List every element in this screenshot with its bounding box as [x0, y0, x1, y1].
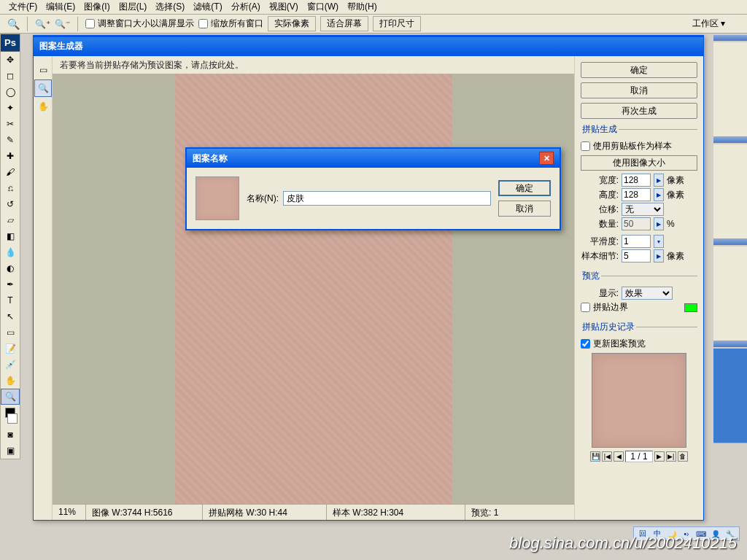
menu-window[interactable]: 窗口(W) — [304, 0, 341, 15]
opt-print-size[interactable]: 打印尺寸 — [373, 16, 421, 31]
dialog-name-input[interactable] — [283, 191, 491, 206]
zoom-in-icon[interactable]: 🔍⁺ — [35, 19, 50, 29]
pm-update-check[interactable] — [581, 339, 590, 349]
options-bar: 🔍 🔍⁺ 🔍⁻ 调整窗口大小以满屏显示 缩放所有窗口 实际像素 适合屏幕 打印尺… — [0, 15, 747, 34]
color-swatches[interactable] — [1, 405, 20, 427]
gradient-tool-icon[interactable]: ◧ — [1, 228, 20, 244]
pm-height-spinner[interactable]: ▶ — [654, 188, 664, 201]
dialog-ok-button[interactable]: 确定 — [498, 180, 551, 196]
menu-edit[interactable]: 编辑(E) — [43, 0, 78, 15]
blur-tool-icon[interactable]: 💧 — [1, 244, 20, 260]
dialog-close-button[interactable]: ✕ — [539, 152, 554, 165]
pm-detail-input[interactable] — [622, 249, 651, 262]
pm-regenerate-button[interactable]: 再次生成 — [581, 103, 697, 119]
menu-analysis[interactable]: 分析(A) — [228, 0, 263, 15]
pm-status-zoom: 11% — [53, 505, 86, 520]
pm-use-image-size-button[interactable]: 使用图像大小 — [581, 155, 697, 171]
pm-delete-icon[interactable]: 🗑 — [678, 451, 688, 462]
healing-tool-icon[interactable]: ✚ — [1, 148, 20, 164]
type-tool-icon[interactable]: T — [1, 292, 20, 308]
pm-status-grid: 拼贴网格 W:30 H:44 — [203, 505, 327, 520]
notes-tool-icon[interactable]: 📝 — [1, 341, 20, 357]
quickmask-icon[interactable]: ◙ — [1, 427, 20, 443]
pm-ok-button[interactable]: 确定 — [581, 62, 697, 78]
pm-hand-icon[interactable]: ✋ — [34, 98, 52, 115]
pm-generation-legend: 拼贴生成 — [581, 123, 619, 136]
pm-marquee-icon[interactable]: ▭ — [34, 61, 52, 79]
stamp-tool-icon[interactable]: ⎌ — [1, 180, 20, 196]
pm-status-sample: 样本 W:382 H:304 — [327, 505, 465, 520]
pm-hint-text[interactable]: 若要将当前拼贴存储为预设图案，请点按此处。 — [53, 56, 574, 74]
pm-preview-canvas[interactable] — [53, 74, 574, 504]
opt-actual-pixels[interactable]: 实际像素 — [268, 16, 316, 31]
workspace-dropdown[interactable]: 工作区 ▾ — [692, 18, 725, 30]
dodge-tool-icon[interactable]: ◐ — [1, 260, 20, 276]
pattern-maker-window: 图案生成器 ▭ 🔍 ✋ 若要将当前拼贴存储为预设图案，请点按此处。 11% 图像… — [33, 35, 704, 521]
pm-use-clipboard-check[interactable] — [581, 141, 590, 151]
menu-layer[interactable]: 图层(L) — [116, 0, 150, 15]
right-panels — [713, 35, 747, 516]
pm-status-image: 图像 W:3744 H:5616 — [86, 505, 203, 520]
pattern-maker-title: 图案生成器 — [34, 37, 703, 56]
path-tool-icon[interactable]: ↖ — [1, 308, 20, 324]
zoom-tool-icon[interactable]: 🔍 — [1, 389, 20, 405]
pm-width-input[interactable] — [622, 174, 651, 187]
pm-status-bar: 11% 图像 W:3744 H:5616 拼贴网格 W:30 H:44 样本 W… — [53, 504, 574, 520]
crop-tool-icon[interactable]: ✂ — [1, 116, 20, 132]
pm-history-thumbnail — [592, 353, 686, 448]
background-swatch[interactable] — [7, 413, 18, 424]
move-tool-icon[interactable]: ✥ — [1, 52, 20, 68]
dialog-name-label: 名称(N): — [247, 192, 279, 205]
pm-amount-label: 数量: — [581, 218, 619, 230]
dialog-title: 图案名称 ✕ — [187, 149, 560, 168]
hand-tool-icon[interactable]: ✋ — [1, 373, 20, 389]
marquee-tool-icon[interactable]: ◻ — [1, 68, 20, 84]
opt-zoom-all[interactable]: 缩放所有窗口 — [198, 18, 263, 30]
menu-file[interactable]: 文件(F) — [6, 0, 40, 15]
pm-height-unit: 像素 — [667, 189, 686, 201]
eraser-tool-icon[interactable]: ▱ — [1, 212, 20, 228]
pm-bounds-color[interactable] — [684, 303, 697, 312]
pm-smooth-spinner[interactable]: ▾ — [654, 235, 664, 248]
shape-tool-icon[interactable]: ▭ — [1, 324, 20, 341]
dialog-cancel-button[interactable]: 取消 — [498, 201, 551, 217]
pm-offset-select[interactable]: 无 — [622, 203, 664, 216]
opt-fit-screen[interactable]: 适合屏幕 — [320, 16, 368, 31]
lasso-tool-icon[interactable]: ◯ — [1, 84, 20, 100]
history-brush-icon[interactable]: ↺ — [1, 196, 20, 212]
pm-last-icon[interactable]: ▶| — [666, 451, 676, 462]
eyedropper-tool-icon[interactable]: 💉 — [1, 357, 20, 373]
zoom-tool-icon: 🔍 — [7, 18, 20, 30]
pm-next-icon[interactable]: ▶ — [654, 451, 665, 462]
brush-tool-icon[interactable]: 🖌 — [1, 164, 20, 180]
menu-filter[interactable]: 滤镜(T) — [190, 0, 225, 15]
pm-use-clipboard-label: 使用剪贴板作为样本 — [593, 140, 672, 152]
wand-tool-icon[interactable]: ✦ — [1, 100, 20, 116]
pm-prev-icon[interactable]: ◀ — [614, 451, 624, 462]
pm-bounds-check[interactable] — [581, 303, 590, 312]
pm-zoom-icon[interactable]: 🔍 — [34, 79, 52, 97]
pm-cancel-button[interactable]: 取消 — [581, 82, 697, 98]
pm-history-nav: 💾 |◀ ◀ 1 / 1 ▶ ▶| 🗑 — [581, 451, 697, 462]
slice-tool-icon[interactable]: ✎ — [1, 132, 20, 148]
pm-show-select[interactable]: 效果 — [622, 287, 673, 300]
screenmode-icon[interactable]: ▣ — [1, 443, 20, 459]
pm-show-label: 显示: — [581, 287, 619, 300]
pm-first-icon[interactable]: |◀ — [602, 451, 612, 462]
pm-height-input[interactable] — [622, 188, 651, 201]
pm-save-preset-icon[interactable]: 💾 — [590, 451, 600, 462]
menu-help[interactable]: 帮助(H) — [344, 0, 380, 15]
pm-smooth-input[interactable] — [622, 235, 651, 248]
zoom-out-icon[interactable]: 🔍⁻ — [55, 19, 70, 29]
menu-image[interactable]: 图像(I) — [81, 0, 112, 15]
menu-select[interactable]: 选择(S) — [152, 0, 187, 15]
pm-amount-input — [622, 217, 651, 230]
pm-update-label: 更新图案预览 — [593, 338, 646, 350]
pm-width-spinner[interactable]: ▶ — [654, 174, 664, 187]
opt-fit-window[interactable]: 调整窗口大小以满屏显示 — [85, 18, 194, 30]
menu-view[interactable]: 视图(V) — [266, 0, 301, 15]
pen-tool-icon[interactable]: ✒ — [1, 276, 20, 292]
pm-history-group: 拼贴历史记录 更新图案预览 💾 |◀ ◀ 1 / 1 ▶ ▶| 🗑 — [581, 321, 697, 464]
app-menubar: 文件(F) 编辑(E) 图像(I) 图层(L) 选择(S) 滤镜(T) 分析(A… — [0, 0, 747, 15]
pm-detail-spinner[interactable]: ▶ — [654, 249, 664, 262]
